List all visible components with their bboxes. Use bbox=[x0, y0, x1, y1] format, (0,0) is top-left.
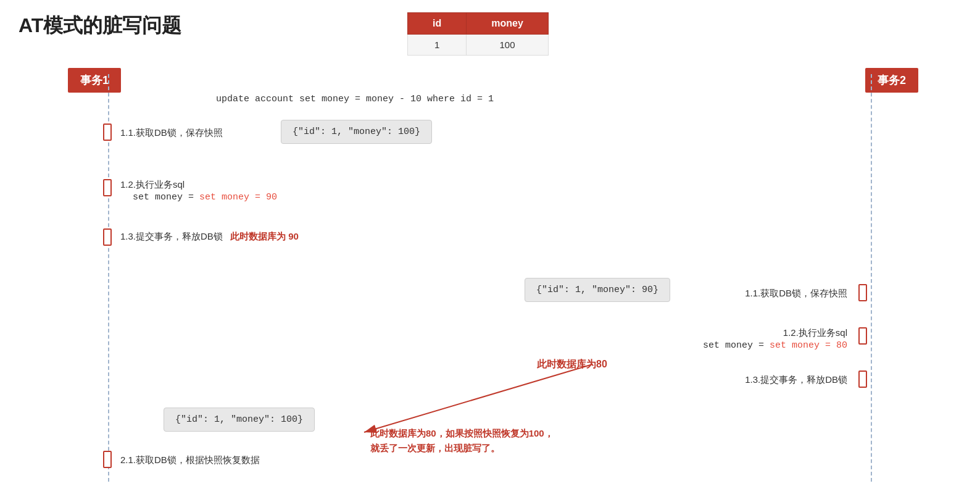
tx1-label: 事务1 bbox=[68, 68, 121, 93]
db-table-header-money: money bbox=[467, 13, 549, 35]
tx2-step3-marker bbox=[858, 371, 867, 388]
tx2-snapshot1-box: {"id": 1, "money": 90} bbox=[525, 278, 670, 302]
tx1-rollback-snapshot-box: {"id": 1, "money": 100} bbox=[164, 408, 315, 432]
tx2-timeline bbox=[871, 74, 872, 482]
tx2-step2-label: 1.2.执行业务sql set money = set money = 80 bbox=[703, 327, 847, 351]
db-table: id money 1 100 bbox=[407, 12, 549, 56]
warning-text: 此时数据库为80，如果按照快照恢复为100，就丢了一次更新，出现脏写了。 bbox=[370, 426, 554, 456]
tx1-rollback-marker bbox=[103, 451, 112, 468]
db-table-header-id: id bbox=[408, 13, 467, 35]
db-table-cell-money: 100 bbox=[467, 35, 549, 56]
tx1-step2-label: 1.2.执行业务sql set money = set money = 90 bbox=[120, 179, 277, 203]
tx2-step1-marker bbox=[858, 284, 867, 301]
tx1-step3-label: 1.3.提交事务，释放DB锁 此时数据库为 90 bbox=[120, 231, 299, 243]
tx2-step2-marker bbox=[858, 327, 867, 345]
tx2-step1-label: 1.1.获取DB锁，保存快照 bbox=[745, 288, 847, 299]
tx1-snapshot1-box: {"id": 1, "money": 100} bbox=[281, 120, 432, 144]
db-table-cell-id: 1 bbox=[408, 35, 467, 56]
db-state-80-label: 此时数据库为80 bbox=[537, 358, 607, 371]
svg-line-1 bbox=[364, 364, 592, 432]
tx1-step2-marker bbox=[103, 179, 112, 196]
tx2-step3-label: 1.3.提交事务，释放DB锁 bbox=[745, 374, 847, 386]
tx1-step1-label: 1.1.获取DB锁，保存快照 bbox=[120, 127, 223, 139]
tx1-rollback-label: 2.1.获取DB锁，根据快照恢复数据 bbox=[120, 454, 260, 466]
tx1-step1-marker bbox=[103, 124, 112, 141]
tx2-label: 事务2 bbox=[865, 68, 918, 93]
sql-update-text: update account set money = money - 10 wh… bbox=[216, 94, 494, 104]
tx1-step3-marker bbox=[103, 228, 112, 246]
